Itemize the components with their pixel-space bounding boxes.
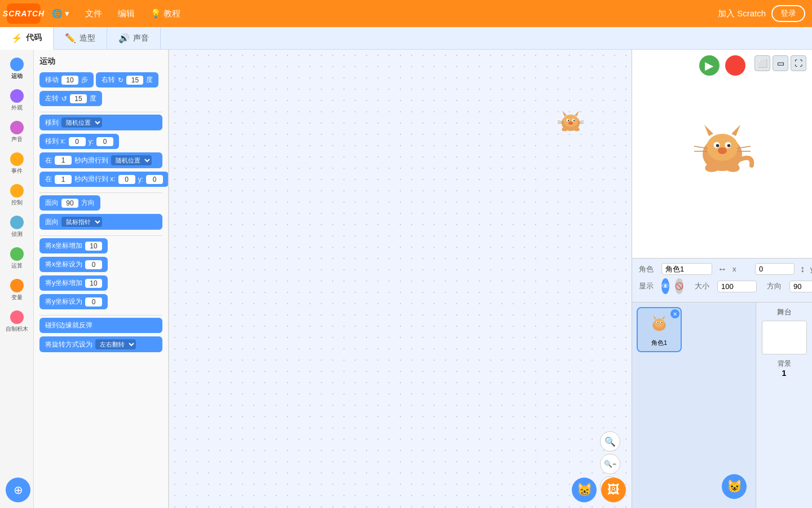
show-eye-button[interactable]: 👁 xyxy=(661,278,669,294)
svg-marker-3 xyxy=(575,111,579,116)
sidebar-item-myblocks[interactable]: 自制积木 xyxy=(0,307,33,336)
block-bounce[interactable]: 碰到边缘就反弹 xyxy=(39,318,162,333)
block-set-x[interactable]: 将x坐标设为 xyxy=(39,257,108,272)
add-sprite-icon: 😺 xyxy=(727,479,742,494)
block-face-mouse-dropdown[interactable]: 鼠标指针 xyxy=(61,217,102,227)
tab-costume[interactable]: ✏️ 造型 xyxy=(54,27,107,49)
bottom-toolbar: ⊕ xyxy=(6,478,30,502)
block-glide-sec-input[interactable] xyxy=(55,156,72,165)
block-goto-y-label: y: xyxy=(89,138,94,146)
block-glide-xy-y[interactable] xyxy=(146,175,163,184)
zoom-out-button[interactable]: 🔍− xyxy=(600,454,620,474)
svg-marker-18 xyxy=(731,125,740,136)
sidebar-item-variables[interactable]: 变量 xyxy=(0,275,33,305)
add-sprite-button[interactable]: 😺 xyxy=(722,474,747,499)
block-goto-y-input[interactable] xyxy=(96,137,113,146)
block-move-text: 移动 xyxy=(45,75,59,85)
sound-tab-label: 声音 xyxy=(133,33,149,43)
control-label: 控制 xyxy=(11,199,23,207)
block-glide-to[interactable]: 在 秒内滑行到 随机位置 xyxy=(39,152,162,168)
blocks-category-title: 运动 xyxy=(39,56,162,67)
block-goto[interactable]: 移到 随机位置 xyxy=(39,115,162,130)
join-scratch-link[interactable]: 加入 Scratch xyxy=(718,8,766,19)
block-glide-xy[interactable]: 在 秒内滑行到 x: y: xyxy=(39,172,169,187)
scratch-logo[interactable]: SCRATCH xyxy=(7,3,41,24)
file-menu[interactable]: 文件 xyxy=(81,6,107,21)
sidebar-item-sensing[interactable]: 侦测 xyxy=(0,212,33,242)
hide-eye-button[interactable]: 🚫 xyxy=(675,278,683,294)
layout-fullscreen-btn[interactable]: ⛶ xyxy=(791,55,806,71)
sidebar-item-looks[interactable]: 外观 xyxy=(0,86,33,115)
block-turn-left-input[interactable] xyxy=(70,94,87,103)
sidebar-item-events[interactable]: 事件 xyxy=(0,149,33,178)
block-change-y[interactable]: 将y坐标增加 xyxy=(39,275,108,291)
x-coord-input[interactable] xyxy=(755,263,795,275)
sprite-card-1[interactable]: ✕ 角色1 xyxy=(637,307,682,352)
block-glide-dropdown[interactable]: 随机位置 xyxy=(111,155,152,165)
block-goto-x-input[interactable] xyxy=(69,137,86,146)
tutorial-menu[interactable]: 💡 教程 xyxy=(146,6,185,21)
block-goto-xy[interactable]: 移到 x: y: xyxy=(39,134,119,149)
block-change-x[interactable]: 将x坐标增加 xyxy=(39,238,108,253)
layout-medium-btn[interactable]: ▭ xyxy=(773,55,788,71)
block-set-y-input[interactable] xyxy=(85,297,102,306)
svg-marker-2 xyxy=(562,111,567,116)
sprite-info-row2: 显示 👁 🚫 大小 方向 xyxy=(639,278,805,294)
sidebar-item-motion[interactable]: 运动 xyxy=(0,54,33,84)
block-rotation-style[interactable]: 将旋转方式设为 左右翻转 xyxy=(39,336,162,352)
block-goto-dropdown[interactable]: 随机位置 xyxy=(61,117,102,128)
stage-thumbnail[interactable] xyxy=(762,321,807,354)
divider3 xyxy=(39,235,162,236)
block-face-mouse[interactable]: 面向 鼠标指针 xyxy=(39,214,162,230)
tab-sound[interactable]: 🔊 声音 xyxy=(107,27,161,49)
logo-text: SCRATCH xyxy=(3,9,45,18)
svg-point-7 xyxy=(573,120,575,121)
block-move[interactable]: 移动 步 xyxy=(39,72,94,87)
myblocks-dot xyxy=(10,310,24,324)
stage-bg-number: 1 xyxy=(782,369,787,378)
block-set-y[interactable]: 将y坐标设为 xyxy=(39,294,108,309)
block-glide-xy-x[interactable] xyxy=(118,175,135,184)
svg-point-21 xyxy=(716,144,719,147)
events-label: 事件 xyxy=(11,167,23,175)
block-face-input[interactable] xyxy=(61,199,78,208)
block-change-x-input[interactable] xyxy=(85,242,102,251)
block-rotation-dropdown[interactable]: 左右翻转 xyxy=(95,339,136,349)
layout-small-btn[interactable]: ⬜ xyxy=(754,55,770,71)
block-face[interactable]: 面向 方向 xyxy=(39,195,100,211)
sidebar-item-operators[interactable]: 运算 xyxy=(0,244,33,273)
block-set-y-text: 将y坐标设为 xyxy=(45,297,82,306)
edit-menu[interactable]: 编辑 xyxy=(113,6,139,21)
block-glide-xy-sec[interactable] xyxy=(55,175,72,184)
add-sprite-fab[interactable]: 😸 xyxy=(572,478,597,502)
login-button[interactable]: 登录 xyxy=(771,5,805,22)
sidebar-item-control[interactable]: 控制 xyxy=(0,181,33,210)
operators-dot xyxy=(10,247,24,261)
block-turn-right[interactable]: 右转 ↻ 度 xyxy=(96,72,158,87)
add-extension-button[interactable]: ⊕ xyxy=(6,478,30,502)
sprite-action-btns: 😸 🖼 xyxy=(572,478,626,502)
tab-code[interactable]: ⚡ 代码 xyxy=(0,27,54,50)
category-sidebar: 运动 外观 声音 事件 控制 侦测 运算 变量 xyxy=(0,50,34,508)
block-turn-right-input[interactable] xyxy=(126,76,143,85)
code-canvas[interactable]: 🔍 🔍− ⊙ xyxy=(169,50,632,508)
block-turn-right-text: 右转 xyxy=(102,75,115,85)
sidebar-item-sound[interactable]: 声音 xyxy=(0,117,33,147)
dir-input[interactable] xyxy=(789,281,812,292)
block-set-x-input[interactable] xyxy=(85,260,102,269)
x-axis-icon: ↔ xyxy=(718,264,727,274)
add-stage-fab[interactable]: 🖼 xyxy=(601,478,626,502)
block-move-input[interactable] xyxy=(61,76,78,85)
sprite-name-input[interactable] xyxy=(661,263,712,275)
control-dot xyxy=(10,184,24,198)
globe-menu[interactable]: 🌐 ▾ xyxy=(47,6,74,21)
svg-point-22 xyxy=(727,144,730,147)
block-turn-left-suffix: 度 xyxy=(90,94,96,103)
block-turn-left[interactable]: 左转 ↺ 度 xyxy=(39,91,102,106)
stop-button[interactable] xyxy=(725,55,745,76)
size-input[interactable] xyxy=(717,281,757,292)
zoom-in-button[interactable]: 🔍 xyxy=(600,431,620,452)
sprite-delete-btn[interactable]: ✕ xyxy=(670,309,679,318)
green-flag-button[interactable]: ▶ xyxy=(699,55,720,76)
block-change-y-input[interactable] xyxy=(85,279,102,288)
